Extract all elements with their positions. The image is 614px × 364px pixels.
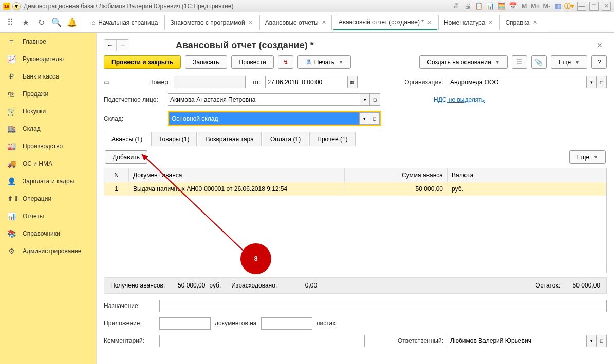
tab-4[interactable]: Номенклатура✕ [438,15,499,30]
sidebar-icon: ⬆⬇ [7,195,15,203]
m-icon[interactable]: M [519,2,529,11]
chart-icon[interactable]: 📊 [486,2,495,11]
nav-back-button[interactable]: ← [104,40,117,51]
sidebar-label: Производство [23,143,63,150]
calendar-picker-icon[interactable]: ▦ [347,76,358,88]
star-icon[interactable]: ★ [18,15,33,30]
doc-tab-4[interactable]: Прочее (1) [309,132,355,146]
doc-tab-2[interactable]: Возвратная тара [198,132,262,146]
sidebar-item-2[interactable]: ₽Банк и касса [0,68,96,85]
person-input[interactable] [168,93,360,106]
create-based-button[interactable]: Создать на основании▼ [419,55,507,69]
sidebar-item-5[interactable]: 🏬Склад [0,120,96,138]
sidebar-item-4[interactable]: 🛒Покупки [0,103,96,120]
sidebar-item-3[interactable]: 🛍Продажи [0,85,96,103]
tab-5[interactable]: Справка✕ [499,15,543,30]
panels-icon[interactable]: ▥ [553,2,563,11]
add-row-button[interactable]: Добавить [105,150,147,164]
tab-0[interactable]: ⌂Начальная страница [86,15,163,30]
clipboard-icon[interactable]: 📋 [474,2,483,11]
write-button[interactable]: Записать [185,55,227,69]
close-page-button[interactable]: ✕ [592,39,607,51]
m-plus-icon[interactable]: M+ [531,2,540,11]
org-open-icon[interactable]: ◻ [597,76,607,88]
tab-3[interactable]: Авансовый отчет (создание) *✕ [333,15,437,30]
structure-icon[interactable]: ☰ [512,55,527,69]
grid-empty-area[interactable] [104,196,606,273]
person-open-icon[interactable]: ◻ [370,93,380,106]
attach-icon[interactable]: 📎 [531,55,547,69]
cell-cur: руб. [448,182,606,196]
tab-close-icon[interactable]: ✕ [533,19,537,26]
sidebar-item-1[interactable]: 📈Руководителю [0,50,96,68]
purpose-input[interactable] [159,300,607,312]
responsible-dropdown-icon[interactable]: ▾ [586,335,597,347]
sidebar-item-10[interactable]: 📊Отчеты [0,207,96,225]
responsible-input[interactable] [448,335,586,347]
nav-back-forward: ← → [104,39,129,51]
responsible-open-icon[interactable]: ◻ [597,335,607,347]
help-button[interactable]: ? [591,55,607,69]
minimize-button[interactable]: — [577,2,586,11]
window-title: Демонстрационная база / Любимов Валерий … [24,3,452,10]
number-label: Номер: [149,79,170,86]
org-input[interactable] [448,76,586,88]
print-button[interactable]: 🖶Печать▼ [297,55,351,69]
dt-kt-icon[interactable]: ↯ [278,55,293,69]
tab-1[interactable]: Знакомство с программой✕ [164,15,258,30]
purpose-label: Назначение: [104,302,155,310]
vat-link[interactable]: НДС не выделять [434,96,485,103]
tab-close-icon[interactable]: ✕ [427,19,432,26]
col-sum[interactable]: Сумма аванса [345,168,448,182]
sidebar-item-11[interactable]: 📚Справочники [0,225,96,242]
doc-tab-3[interactable]: Оплата (1) [263,132,308,146]
sidebar-item-6[interactable]: 🏭Производство [0,138,96,155]
search-icon[interactable]: 🔍 [49,15,64,30]
table-row[interactable]: 1 Выдача наличных АН00-000001 от 26.06.2… [104,182,606,196]
calendar-icon[interactable]: 📅 [508,2,517,11]
col-doc[interactable]: Документ аванса [129,168,345,182]
sidebar-item-0[interactable]: ≡Главное [0,33,96,50]
warehouse-input[interactable] [169,112,359,125]
printer2-icon[interactable]: 🖨 [463,2,472,11]
m-minus-icon[interactable]: M- [542,2,551,11]
warehouse-label: Склад: [104,115,163,122]
sidebar-item-9[interactable]: ⬆⬇Операции [0,190,96,207]
grid-more-button[interactable]: Еще▼ [569,150,606,164]
sheets-count-input[interactable] [261,317,312,330]
apps-icon[interactable]: ⠿ [3,15,17,30]
col-n[interactable]: N [104,168,129,182]
history-icon[interactable]: ↻ [34,15,48,30]
person-dropdown-icon[interactable]: ▾ [360,93,370,106]
col-cur[interactable]: Валюта [448,168,606,182]
calc-icon[interactable]: 🧮 [497,2,506,11]
tab-close-icon[interactable]: ✕ [322,19,326,26]
number-input[interactable] [174,76,246,88]
docs-count-input[interactable] [159,317,211,330]
nav-forward-button[interactable]: → [117,40,129,51]
bell-icon[interactable]: 🔔 [65,15,79,30]
close-window-button[interactable]: ✕ [602,2,611,11]
post-and-close-button[interactable]: Провести и закрыть [104,55,181,69]
tab-close-icon[interactable]: ✕ [488,19,493,26]
doc-tab-1[interactable]: Товары (1) [151,132,197,146]
info-icon[interactable]: ⓘ▾ [565,2,574,11]
date-input[interactable] [265,76,347,88]
content-area: ← → Авансовый отчет (создание) * ✕ Прове… [97,33,614,364]
comment-input[interactable] [159,335,365,347]
sidebar-item-8[interactable]: 👤Зарплата и кадры [0,173,96,190]
maximize-button[interactable]: □ [589,2,599,11]
print-icon[interactable]: 🖶 [452,2,461,11]
sidebar-item-12[interactable]: ⚙Администрирование [0,242,96,260]
warehouse-open-icon[interactable]: ◻ [369,112,380,125]
tab-2[interactable]: Авансовые отчеты✕ [259,15,332,30]
tab-close-icon[interactable]: ✕ [248,19,253,26]
app-menu-dropdown[interactable]: ▾ [12,2,21,10]
doc-tab-0[interactable]: Авансы (1) [104,132,150,146]
more-button[interactable]: Еще▼ [551,55,587,69]
post-button[interactable]: Провести [231,55,274,69]
org-dropdown-icon[interactable]: ▾ [586,76,597,88]
warehouse-dropdown-icon[interactable]: ▾ [359,112,369,125]
sidebar-item-7[interactable]: 🚚ОС и НМА [0,155,96,173]
person-combo: ▾ ◻ [168,93,380,106]
